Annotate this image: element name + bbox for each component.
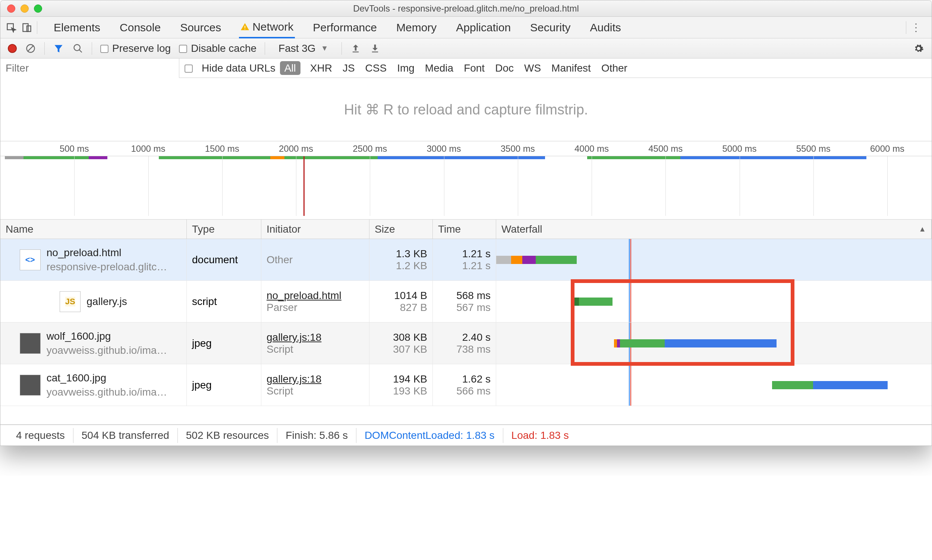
initiator-type: Script: [266, 343, 364, 355]
tab-memory[interactable]: Memory: [395, 17, 438, 38]
waterfall-cell[interactable]: [496, 239, 932, 280]
overview-gridline: [887, 156, 887, 216]
network-table-header: Name Type Initiator Size Time Waterfall▲: [0, 220, 932, 239]
waterfall-bar: [536, 256, 577, 264]
download-har-icon[interactable]: [369, 43, 381, 54]
inspect-element-icon[interactable]: [6, 22, 17, 33]
search-icon[interactable]: [72, 43, 83, 54]
column-time[interactable]: Time: [433, 220, 496, 238]
filter-type-doc[interactable]: Doc: [495, 62, 514, 74]
waterfall-bar: [617, 339, 620, 348]
clear-icon[interactable]: [25, 43, 36, 54]
column-waterfall[interactable]: Waterfall▲: [496, 220, 932, 238]
preserve-log-checkbox[interactable]: Preserve log: [100, 43, 171, 54]
filter-type-css[interactable]: CSS: [365, 62, 387, 74]
request-time-sub: 1.21 s: [462, 260, 491, 272]
request-domain: yoavweiss.github.io/ima…: [47, 343, 168, 358]
status-transferred: 504 KB transferred: [74, 428, 178, 443]
overview-cursor[interactable]: [303, 156, 305, 216]
overview-gridline: [74, 156, 75, 216]
tab-elements[interactable]: Elements: [52, 17, 102, 38]
request-name: gallery.js: [86, 295, 127, 309]
overview-gridline: [222, 156, 223, 216]
table-row[interactable]: wolf_1600.jpgyoavweiss.github.io/ima…jpe…: [0, 323, 932, 364]
overview-gridline: [518, 156, 518, 216]
initiator-link[interactable]: gallery.js:18: [266, 331, 364, 343]
waterfall-cell[interactable]: [496, 281, 932, 322]
waterfall-bar: [579, 297, 612, 306]
filter-type-manifest[interactable]: Manifest: [551, 62, 591, 74]
overview-tick: 4500 ms: [648, 143, 683, 154]
tab-audits[interactable]: Audits: [588, 17, 622, 38]
table-row[interactable]: <>no_preload.htmlresponsive-preload.glit…: [0, 239, 932, 281]
request-time: 1.62 s: [462, 373, 491, 385]
initiator-link[interactable]: gallery.js:18: [266, 373, 364, 385]
overview-gridline: [814, 156, 814, 216]
request-size-sub: 827 B: [400, 302, 427, 314]
filter-type-media[interactable]: Media: [425, 62, 453, 74]
overview-timeline[interactable]: 500 ms1000 ms1500 ms2000 ms2500 ms3000 m…: [0, 141, 932, 220]
tab-console[interactable]: Console: [118, 17, 162, 38]
divider: [37, 21, 37, 34]
hide-data-urls-checkbox[interactable]: Hide data URLs: [185, 62, 275, 74]
request-size: 308 KB: [393, 331, 427, 343]
waterfall-bar: [522, 256, 536, 264]
disable-cache-checkbox[interactable]: Disable cache: [179, 43, 257, 54]
filmstrip-hint: Hit ⌘ R to reload and capture filmstrip.: [0, 78, 932, 141]
filter-icon[interactable]: [53, 43, 64, 54]
tab-application[interactable]: Application: [454, 17, 512, 38]
waterfall-bar: [511, 256, 522, 264]
overview-tick: 2000 ms: [279, 143, 313, 154]
filter-type-font[interactable]: Font: [464, 62, 484, 74]
request-time-sub: 566 ms: [456, 385, 491, 397]
filter-type-all[interactable]: All: [280, 61, 300, 75]
table-row[interactable]: cat_1600.jpgyoavweiss.github.io/ima…jpeg…: [0, 364, 932, 406]
filter-type-xhr[interactable]: XHR: [310, 62, 332, 74]
table-row[interactable]: JSgallery.jsscriptno_preload.htmlParser1…: [0, 281, 932, 323]
file-icon: JS: [60, 291, 80, 312]
settings-gear-icon[interactable]: [913, 43, 924, 54]
overview-tick: 6000 ms: [870, 143, 904, 154]
waterfall-cell[interactable]: [496, 323, 932, 364]
more-menu-icon[interactable]: ⋮: [906, 21, 926, 34]
filter-type-other[interactable]: Other: [601, 62, 627, 74]
initiator-link[interactable]: no_preload.html: [266, 290, 364, 302]
filter-input[interactable]: [0, 58, 179, 78]
waterfall-cell[interactable]: [496, 364, 932, 406]
tab-performance[interactable]: Performance: [311, 17, 378, 38]
upload-har-icon[interactable]: [350, 43, 361, 54]
request-time: 1.21 s: [462, 248, 491, 260]
panel-tabs: ElementsConsoleSourcesNetworkPerformance…: [0, 17, 932, 38]
window-title: DevTools - responsive-preload.glitch.me/…: [0, 3, 932, 14]
overview-tick: 1000 ms: [131, 143, 165, 154]
tab-network[interactable]: Network: [239, 17, 295, 38]
column-type[interactable]: Type: [187, 220, 261, 238]
svg-line-6: [28, 45, 34, 51]
overview-tick: 1500 ms: [205, 143, 239, 154]
request-type: jpeg: [187, 323, 261, 364]
svg-rect-9: [353, 51, 358, 52]
filter-type-img[interactable]: Img: [397, 62, 415, 74]
svg-point-7: [74, 45, 80, 50]
sort-arrow-icon: ▲: [918, 225, 926, 233]
overview-tick: 5500 ms: [796, 143, 830, 154]
tab-sources[interactable]: Sources: [178, 17, 223, 38]
load-line: [631, 239, 631, 280]
overview-tick: 4000 ms: [575, 143, 609, 154]
throttling-select[interactable]: Fast 3G▼: [273, 43, 333, 54]
tab-security[interactable]: Security: [529, 17, 572, 38]
request-size: 194 KB: [393, 373, 427, 385]
filter-type-js[interactable]: JS: [343, 62, 355, 74]
load-line: [631, 281, 631, 322]
record-button[interactable]: [8, 44, 17, 53]
request-time-sub: 738 ms: [456, 343, 491, 355]
divider: [341, 42, 342, 55]
column-size[interactable]: Size: [369, 220, 433, 238]
initiator-link: Other: [266, 254, 364, 266]
device-toolbar-icon[interactable]: [21, 22, 32, 33]
table-blank-area: [0, 406, 932, 425]
svg-rect-10: [372, 51, 378, 52]
column-initiator[interactable]: Initiator: [261, 220, 369, 238]
column-name[interactable]: Name: [0, 220, 187, 238]
filter-type-ws[interactable]: WS: [524, 62, 541, 74]
